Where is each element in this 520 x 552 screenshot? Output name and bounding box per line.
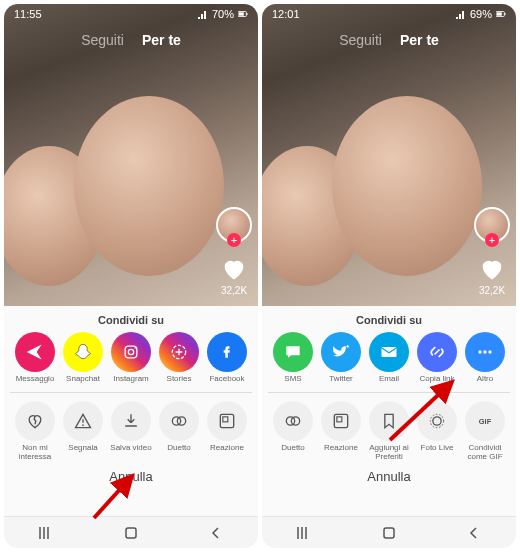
tab-following[interactable]: Seguiti [81,32,124,48]
android-navbar [4,516,258,548]
sheet-title: Condividi su [268,314,510,326]
tab-following[interactable]: Seguiti [339,32,382,48]
signal-icon [198,9,208,19]
segnala-icon [63,401,103,441]
tab-foryou[interactable]: Per te [400,32,439,48]
share-segnala[interactable]: Segnala [60,401,106,462]
share-label: Instagram [113,375,149,384]
video-area[interactable]: 11:55 70% Seguiti Per te 32,2K [4,4,258,306]
share-duetto[interactable]: Duetto [156,401,202,462]
battery-icon [238,9,248,19]
svg-point-19 [488,350,491,353]
svg-rect-14 [497,12,502,15]
share-label: Foto Live [421,444,454,453]
share-label: Condividi come GIF [467,444,502,462]
statusbar: 11:55 70% [4,4,258,24]
share-facebook[interactable]: Facebook [204,332,250,384]
video-area[interactable]: 12:01 69% Seguiti Per te 32,2K [262,4,516,306]
svg-rect-27 [384,528,394,538]
share-label: Snapchat [66,375,100,384]
share-row-actions: Non mi interessaSegnalaSalva videoDuetto… [10,401,252,462]
share-non-mi-interessa[interactable]: Non mi interessa [12,401,58,462]
svg-rect-16 [382,347,397,357]
share-copia-link[interactable]: Copia link [414,332,460,384]
twitter-icon [321,332,361,372]
non-mi-interessa-icon [15,401,55,441]
copia-link-icon [417,332,457,372]
tab-foryou[interactable]: Per te [142,32,181,48]
aggiungi-preferiti-icon [369,401,409,441]
share-reazione[interactable]: Reazione [204,401,250,462]
statusbar: 12:01 69% [262,4,516,24]
android-navbar [262,516,516,548]
foto-live-icon [417,401,457,441]
like-button[interactable]: 32,2K [220,255,248,296]
cancel-button[interactable]: Annulla [10,461,252,490]
svg-point-5 [134,347,136,349]
share-stories[interactable]: Stories [156,332,202,384]
share-label: SMS [284,375,301,384]
svg-point-24 [433,417,441,425]
svg-point-7 [82,424,84,426]
share-label: Reazione [324,444,358,453]
back-icon[interactable] [465,524,483,542]
clock: 12:01 [272,8,300,20]
facebook-icon [207,332,247,372]
share-messaggio[interactable]: Messaggio [12,332,58,384]
share-sms[interactable]: SMS [270,332,316,384]
share-duetto[interactable]: Duetto [270,401,316,462]
like-button[interactable]: 32,2K [478,255,506,296]
reazione-icon [321,401,361,441]
share-salva-video[interactable]: Salva video [108,401,154,462]
like-count: 32,2K [479,285,505,296]
share-aggiungi-preferiti[interactable]: Aggiungi ai Preferiti [366,401,412,462]
share-label: Duetto [281,444,305,453]
share-twitter[interactable]: Twitter [318,332,364,384]
duetto-icon [273,401,313,441]
feed-tabs: Seguiti Per te [262,32,516,48]
svg-rect-11 [223,417,228,422]
share-label: Reazione [210,444,244,453]
share-label: Segnala [68,444,97,453]
svg-point-9 [177,417,185,425]
like-count: 32,2K [221,285,247,296]
heart-icon [478,255,506,283]
share-label: Duetto [167,444,191,453]
svg-point-17 [478,350,481,353]
share-altro[interactable]: Altro [462,332,508,384]
svg-rect-2 [246,13,247,15]
back-icon[interactable] [207,524,225,542]
heart-icon [220,255,248,283]
svg-point-4 [128,349,133,354]
recents-icon[interactable] [37,524,55,542]
svg-rect-1 [239,12,244,15]
share-row-social: MessaggioSnapchatInstagramStoriesFaceboo… [10,332,252,384]
recents-icon[interactable] [295,524,313,542]
share-row-social: SMSTwitterEmailCopia linkAltro [268,332,510,384]
battery-icon [496,9,506,19]
creator-avatar[interactable] [216,207,252,243]
share-label: Stories [167,375,192,384]
share-foto-live[interactable]: Foto Live [414,401,460,462]
clock: 11:55 [14,8,42,20]
reazione-icon [207,401,247,441]
creator-avatar[interactable] [474,207,510,243]
salva-video-icon [111,401,151,441]
share-label: Twitter [329,375,353,384]
cancel-button[interactable]: Annulla [268,461,510,490]
messaggio-icon [15,332,55,372]
share-instagram[interactable]: Instagram [108,332,154,384]
phone-right: 12:01 69% Seguiti Per te 32,2K Condividi… [262,4,516,548]
share-reazione[interactable]: Reazione [318,401,364,462]
share-condividi-gif[interactable]: GIFCondividi come GIF [462,401,508,462]
svg-rect-15 [504,13,505,15]
altro-icon [465,332,505,372]
share-email[interactable]: Email [366,332,412,384]
svg-rect-12 [126,528,136,538]
home-icon[interactable] [380,524,398,542]
share-sheet: Condividi su SMSTwitterEmailCopia linkAl… [262,306,516,516]
email-icon [369,332,409,372]
home-icon[interactable] [122,524,140,542]
instagram-icon [111,332,151,372]
share-snapchat[interactable]: Snapchat [60,332,106,384]
